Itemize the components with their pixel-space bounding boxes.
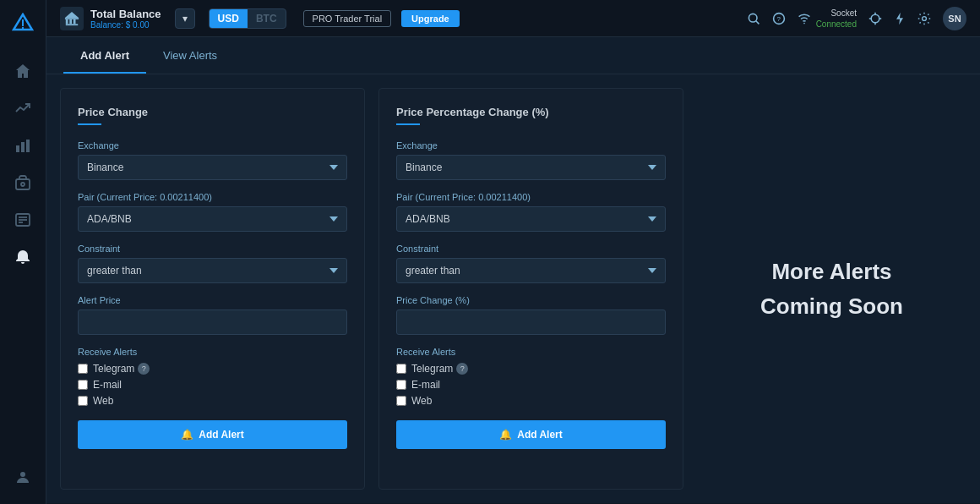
panel2-title: Price Percentage Change (%) <box>396 106 666 118</box>
main-area: Total Balance Balance: $ 0.00 ▾ USD BTC … <box>46 0 980 504</box>
svg-rect-15 <box>69 19 72 23</box>
sidebar-item-account[interactable] <box>8 462 38 492</box>
panel1-email-label[interactable]: E-mail <box>93 379 122 391</box>
panel2-receive-label: Receive Alerts <box>396 347 666 357</box>
panel1-pair-label: Pair (Current Price: 0.00211400) <box>78 192 347 202</box>
svg-rect-3 <box>16 145 19 152</box>
panel1-exchange-select[interactable]: Binance <box>78 155 347 180</box>
panel2-web-row: Web <box>396 395 666 407</box>
panel1-exchange-group: Exchange Binance <box>78 140 347 180</box>
currency-btc-btn[interactable]: BTC <box>248 9 286 28</box>
currency-usd-btn[interactable]: USD <box>210 9 248 28</box>
panel2-telegram-checkbox[interactable] <box>396 364 406 374</box>
panel1-web-row: Web <box>78 395 347 407</box>
svg-point-7 <box>21 183 24 186</box>
more-alerts-line2: Coming Soon <box>760 291 903 321</box>
panel1-web-label[interactable]: Web <box>93 395 113 407</box>
sidebar-item-chart[interactable] <box>8 130 38 161</box>
panel2-web-checkbox[interactable] <box>396 396 406 406</box>
balance-dropdown[interactable]: ▾ <box>175 8 195 29</box>
svg-point-2 <box>22 27 24 29</box>
panels-container: Price Change Exchange Binance Pair (Curr… <box>46 74 980 503</box>
panel2-pair-select[interactable]: ADA/BNB <box>396 206 666 232</box>
pro-trial-badge: PRO Trader Trial <box>303 10 392 27</box>
tabs-bar: Add Alert View Alerts <box>46 37 980 74</box>
panel1-pair-group: Pair (Current Price: 0.00211400) ADA/BNB <box>78 192 347 232</box>
socket-status-group: Socket Connected <box>798 8 857 30</box>
panel2-web-label[interactable]: Web <box>411 395 432 407</box>
upgrade-button[interactable]: Upgrade <box>401 10 460 27</box>
svg-rect-16 <box>74 19 76 23</box>
panel1-telegram-checkbox[interactable] <box>78 364 88 374</box>
svg-rect-17 <box>66 24 78 25</box>
sidebar-item-home[interactable] <box>8 56 38 86</box>
panel2-telegram-label[interactable]: Telegram ? <box>411 363 468 375</box>
currency-toggle: USD BTC <box>209 8 286 29</box>
panel1-pair-select[interactable]: ADA/BNB <box>78 206 347 232</box>
panel1-receive-label: Receive Alerts <box>78 347 347 357</box>
sidebar-item-portfolio[interactable] <box>8 167 38 198</box>
svg-point-24 <box>871 14 879 23</box>
panel2-constraint-select[interactable]: greater than less than equals <box>396 258 666 283</box>
logo <box>8 8 38 39</box>
panel1-constraint-label: Constraint <box>78 244 347 254</box>
panel2-pair-label: Pair (Current Price: 0.00211400) <box>396 192 666 202</box>
avatar[interactable]: SN <box>943 7 966 30</box>
panel2-email-checkbox[interactable] <box>396 380 406 390</box>
svg-point-19 <box>749 14 757 22</box>
panel2-exchange-label: Exchange <box>396 140 666 151</box>
panel2-underline <box>396 123 420 125</box>
price-change-panel: Price Change Exchange Binance Pair (Curr… <box>60 88 365 490</box>
sidebar-item-trending[interactable] <box>8 93 38 123</box>
panel1-underline <box>78 123 101 125</box>
panel1-telegram-row: Telegram ? <box>78 363 347 375</box>
panel1-title: Price Change <box>78 106 347 118</box>
tab-view-alerts[interactable]: View Alerts <box>146 37 234 74</box>
sidebar-item-news[interactable] <box>8 205 38 235</box>
telegram-help-icon[interactable]: ? <box>138 363 150 375</box>
panel2-add-alert-button[interactable]: 🔔 Add Alert <box>396 420 666 449</box>
panel2-telegram-help-icon[interactable]: ? <box>456 363 468 375</box>
panel2-exchange-select[interactable]: Binance <box>396 155 666 180</box>
panel2-constraint-group: Constraint greater than less than equals <box>396 244 666 283</box>
search-icon[interactable] <box>747 12 760 25</box>
tab-add-alert[interactable]: Add Alert <box>63 37 146 74</box>
panel1-alert-price-input[interactable] <box>78 310 347 335</box>
panel1-alert-price-group: Alert Price <box>78 295 347 335</box>
more-alerts-panel: More Alerts Coming Soon <box>697 88 966 490</box>
svg-rect-14 <box>66 19 68 23</box>
lightning-icon[interactable] <box>894 12 906 25</box>
svg-rect-4 <box>21 142 24 152</box>
svg-point-12 <box>20 472 25 477</box>
panel1-constraint-group: Constraint greater than less than equals <box>78 244 347 283</box>
sidebar <box>0 0 46 504</box>
svg-rect-5 <box>26 140 30 152</box>
sidebar-item-alerts[interactable] <box>8 242 38 272</box>
content: Add Alert View Alerts Price Change Excha… <box>46 37 980 504</box>
panel2-email-label[interactable]: E-mail <box>411 379 440 391</box>
panel2-price-change-group: Price Change (%) <box>396 295 666 335</box>
crosshair-icon[interactable] <box>868 12 882 25</box>
svg-marker-29 <box>896 12 903 24</box>
svg-text:?: ? <box>776 15 781 23</box>
panel2-price-change-input[interactable] <box>396 310 666 335</box>
topnav-right: ? Socket Connected SN <box>747 7 966 30</box>
panel1-add-alert-button[interactable]: 🔔 Add Alert <box>78 420 347 449</box>
panel2-receive-section: Receive Alerts Telegram ? E-mail <box>396 347 666 407</box>
panel1-constraint-select[interactable]: greater than less than equals <box>78 258 347 283</box>
panel1-web-checkbox[interactable] <box>78 396 88 406</box>
settings-icon[interactable] <box>917 12 931 25</box>
panel1-email-checkbox[interactable] <box>78 380 88 390</box>
panel2-telegram-row: Telegram ? <box>396 363 666 375</box>
help-icon[interactable]: ? <box>772 12 786 25</box>
panel2-price-change-label: Price Change (%) <box>396 295 666 305</box>
panel1-bell-icon: 🔔 <box>181 429 193 441</box>
panel1-receive-section: Receive Alerts Telegram ? E-mail <box>78 347 347 407</box>
bank-icon <box>60 7 84 30</box>
panel1-exchange-label: Exchange <box>78 140 347 151</box>
svg-marker-18 <box>65 11 79 17</box>
panel1-alert-price-label: Alert Price <box>78 295 347 305</box>
socket-status: Socket Connected <box>816 8 857 30</box>
svg-rect-13 <box>65 18 79 19</box>
panel1-telegram-label[interactable]: Telegram ? <box>93 363 150 375</box>
